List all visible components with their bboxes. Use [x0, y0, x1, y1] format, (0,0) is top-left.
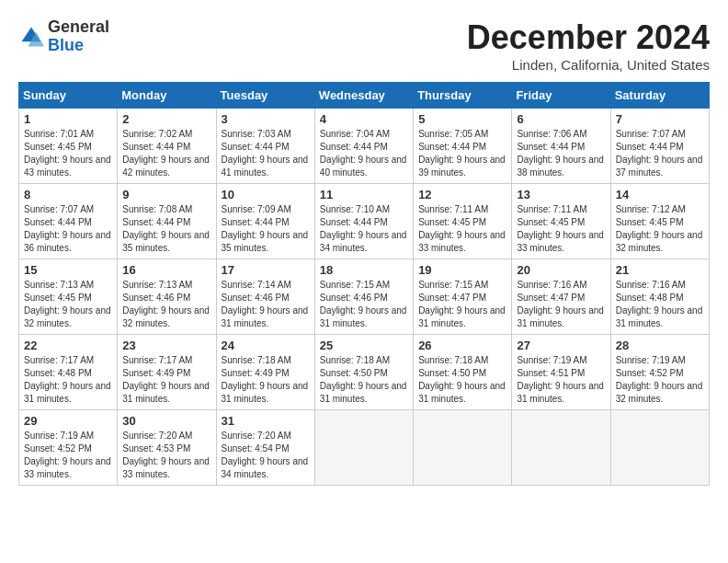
day-number: 25: [320, 339, 408, 352]
cell-info: Sunrise: 7:02 AMSunset: 4:44 PMDaylight:…: [122, 129, 210, 178]
calendar-cell: 4Sunrise: 7:04 AMSunset: 4:44 PMDaylight…: [314, 109, 413, 184]
calendar-cell: [314, 410, 413, 486]
cell-info: Sunrise: 7:14 AMSunset: 4:46 PMDaylight:…: [222, 280, 309, 328]
cell-info: Sunrise: 7:04 AMSunset: 4:44 PMDaylight:…: [320, 129, 407, 178]
calendar-cell: 12Sunrise: 7:11 AMSunset: 4:45 PMDayligh…: [414, 184, 512, 259]
day-number: 7: [616, 112, 704, 126]
day-number: 19: [418, 263, 506, 277]
calendar-cell: 5Sunrise: 7:05 AMSunset: 4:44 PMDaylight…: [414, 109, 512, 184]
day-header-saturday: Saturday: [610, 83, 709, 109]
calendar-cell: 14Sunrise: 7:12 AMSunset: 4:45 PMDayligh…: [610, 184, 709, 259]
calendar-cell: 28Sunrise: 7:19 AMSunset: 4:52 PMDayligh…: [610, 335, 709, 410]
cell-info: Sunrise: 7:07 AMSunset: 4:44 PMDaylight:…: [24, 204, 111, 253]
calendar-cell: 8Sunrise: 7:07 AMSunset: 4:44 PMDaylight…: [19, 184, 118, 259]
cell-info: Sunrise: 7:13 AMSunset: 4:46 PMDaylight:…: [122, 280, 210, 328]
logo: General Blue: [18, 18, 109, 55]
day-number: 24: [222, 339, 310, 352]
day-number: 10: [222, 188, 310, 201]
cell-info: Sunrise: 7:07 AMSunset: 4:44 PMDaylight:…: [616, 129, 703, 178]
cell-info: Sunrise: 7:18 AMSunset: 4:49 PMDaylight:…: [222, 355, 309, 404]
cell-info: Sunrise: 7:18 AMSunset: 4:50 PMDaylight:…: [418, 355, 506, 404]
calendar-cell: 23Sunrise: 7:17 AMSunset: 4:49 PMDayligh…: [118, 335, 216, 410]
cell-info: Sunrise: 7:17 AMSunset: 4:48 PMDaylight:…: [24, 355, 111, 404]
calendar-cell: [512, 410, 610, 486]
day-number: 12: [418, 188, 506, 201]
calendar-cell: 6Sunrise: 7:06 AMSunset: 4:44 PMDaylight…: [512, 109, 610, 184]
day-number: 9: [122, 188, 210, 201]
calendar-cell: 26Sunrise: 7:18 AMSunset: 4:50 PMDayligh…: [414, 335, 512, 410]
day-header-tuesday: Tuesday: [216, 83, 314, 109]
cell-info: Sunrise: 7:19 AMSunset: 4:52 PMDaylight:…: [24, 431, 111, 479]
calendar-week-1: 1Sunrise: 7:01 AMSunset: 4:45 PMDaylight…: [19, 109, 710, 184]
calendar-cell: 1Sunrise: 7:01 AMSunset: 4:45 PMDaylight…: [19, 109, 118, 184]
calendar-cell: 20Sunrise: 7:16 AMSunset: 4:47 PMDayligh…: [512, 259, 610, 335]
location: Linden, California, United States: [467, 57, 710, 73]
day-number: 28: [616, 339, 704, 352]
calendar-cell: 13Sunrise: 7:11 AMSunset: 4:45 PMDayligh…: [512, 184, 610, 259]
calendar-week-3: 15Sunrise: 7:13 AMSunset: 4:45 PMDayligh…: [19, 259, 710, 335]
calendar-cell: 2Sunrise: 7:02 AMSunset: 4:44 PMDaylight…: [118, 109, 216, 184]
cell-info: Sunrise: 7:15 AMSunset: 4:46 PMDaylight:…: [320, 280, 407, 328]
calendar-cell: [610, 410, 709, 486]
calendar-cell: 30Sunrise: 7:20 AMSunset: 4:53 PMDayligh…: [118, 410, 216, 486]
cell-info: Sunrise: 7:13 AMSunset: 4:45 PMDaylight:…: [24, 280, 111, 328]
calendar-cell: 24Sunrise: 7:18 AMSunset: 4:49 PMDayligh…: [216, 335, 314, 410]
calendar-cell: 11Sunrise: 7:10 AMSunset: 4:44 PMDayligh…: [314, 184, 413, 259]
day-number: 13: [517, 188, 605, 201]
logo-blue: Blue: [48, 36, 84, 54]
calendar-cell: 3Sunrise: 7:03 AMSunset: 4:44 PMDaylight…: [216, 109, 314, 184]
calendar-cell: 7Sunrise: 7:07 AMSunset: 4:44 PMDaylight…: [610, 109, 709, 184]
calendar-cell: 17Sunrise: 7:14 AMSunset: 4:46 PMDayligh…: [216, 259, 314, 335]
day-number: 8: [24, 188, 112, 201]
title-area: December 2024 Linden, California, United…: [467, 18, 710, 73]
day-number: 14: [616, 188, 704, 201]
day-number: 5: [418, 112, 506, 126]
calendar-cell: 29Sunrise: 7:19 AMSunset: 4:52 PMDayligh…: [19, 410, 118, 486]
cell-info: Sunrise: 7:11 AMSunset: 4:45 PMDaylight:…: [418, 204, 506, 253]
calendar-week-2: 8Sunrise: 7:07 AMSunset: 4:44 PMDaylight…: [19, 184, 710, 259]
cell-info: Sunrise: 7:01 AMSunset: 4:45 PMDaylight:…: [24, 129, 111, 178]
day-number: 30: [122, 414, 210, 428]
cell-info: Sunrise: 7:09 AMSunset: 4:44 PMDaylight:…: [222, 204, 309, 253]
calendar-cell: 25Sunrise: 7:18 AMSunset: 4:50 PMDayligh…: [314, 335, 413, 410]
day-number: 31: [222, 414, 310, 428]
day-number: 1: [24, 112, 112, 126]
calendar-week-4: 22Sunrise: 7:17 AMSunset: 4:48 PMDayligh…: [19, 335, 710, 410]
calendar-cell: 18Sunrise: 7:15 AMSunset: 4:46 PMDayligh…: [314, 259, 413, 335]
logo-icon: [18, 24, 44, 50]
calendar-cell: 10Sunrise: 7:09 AMSunset: 4:44 PMDayligh…: [216, 184, 314, 259]
cell-info: Sunrise: 7:18 AMSunset: 4:50 PMDaylight:…: [320, 355, 407, 404]
calendar-cell: [414, 410, 512, 486]
day-number: 23: [122, 339, 210, 352]
calendar-cell: 31Sunrise: 7:20 AMSunset: 4:54 PMDayligh…: [216, 410, 314, 486]
calendar-header-row: SundayMondayTuesdayWednesdayThursdayFrid…: [19, 83, 710, 109]
day-header-sunday: Sunday: [19, 83, 118, 109]
day-number: 20: [517, 263, 605, 277]
day-number: 6: [517, 112, 605, 126]
logo-text: General Blue: [48, 18, 109, 55]
day-number: 4: [320, 112, 408, 126]
day-header-thursday: Thursday: [414, 83, 512, 109]
cell-info: Sunrise: 7:05 AMSunset: 4:44 PMDaylight:…: [418, 129, 506, 178]
day-number: 27: [517, 339, 605, 352]
cell-info: Sunrise: 7:16 AMSunset: 4:47 PMDaylight:…: [517, 280, 604, 328]
day-header-monday: Monday: [118, 83, 216, 109]
calendar-cell: 21Sunrise: 7:16 AMSunset: 4:48 PMDayligh…: [610, 259, 709, 335]
month-title: December 2024: [467, 18, 710, 57]
day-header-wednesday: Wednesday: [314, 83, 413, 109]
cell-info: Sunrise: 7:11 AMSunset: 4:45 PMDaylight:…: [517, 204, 604, 253]
day-number: 21: [616, 263, 704, 277]
day-number: 18: [320, 263, 408, 277]
day-number: 15: [24, 263, 112, 277]
cell-info: Sunrise: 7:20 AMSunset: 4:54 PMDaylight:…: [222, 431, 309, 479]
calendar-cell: 22Sunrise: 7:17 AMSunset: 4:48 PMDayligh…: [19, 335, 118, 410]
calendar-cell: 27Sunrise: 7:19 AMSunset: 4:51 PMDayligh…: [512, 335, 610, 410]
day-number: 29: [24, 414, 112, 428]
calendar-body: 1Sunrise: 7:01 AMSunset: 4:45 PMDaylight…: [19, 109, 710, 486]
cell-info: Sunrise: 7:08 AMSunset: 4:44 PMDaylight:…: [122, 204, 210, 253]
day-number: 3: [222, 112, 310, 126]
cell-info: Sunrise: 7:12 AMSunset: 4:45 PMDaylight:…: [616, 204, 703, 253]
cell-info: Sunrise: 7:10 AMSunset: 4:44 PMDaylight:…: [320, 204, 407, 253]
cell-info: Sunrise: 7:16 AMSunset: 4:48 PMDaylight:…: [616, 280, 703, 328]
cell-info: Sunrise: 7:17 AMSunset: 4:49 PMDaylight:…: [122, 355, 210, 404]
